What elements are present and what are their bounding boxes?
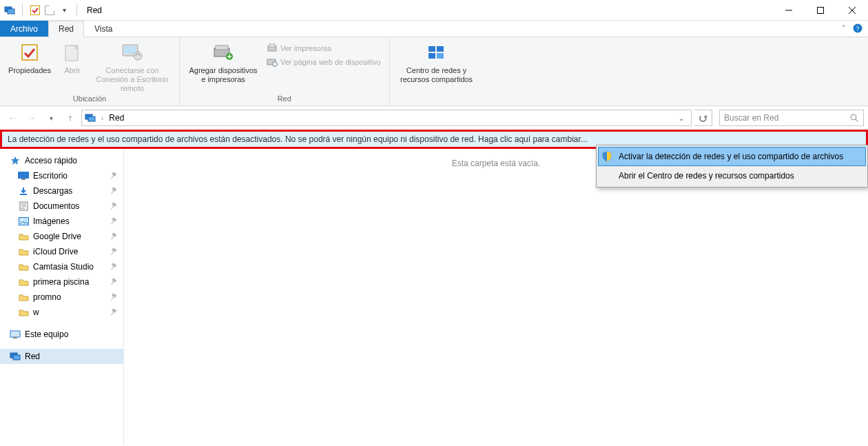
open-button: Abrir — [56, 40, 88, 94]
separator — [22, 4, 23, 17]
navigation-pane[interactable]: Acceso rápido Escritorio Descargas Docum… — [0, 149, 124, 445]
tab-network[interactable]: Red — [48, 21, 84, 37]
tree-item-iclouddrive[interactable]: iCloud Drive — [0, 244, 123, 259]
properties-check-icon[interactable] — [30, 5, 41, 16]
group-network-label: Red — [185, 94, 384, 104]
help-icon[interactable]: ? — [853, 23, 862, 33]
blank-icon — [601, 170, 613, 182]
svg-rect-12 — [124, 46, 136, 54]
add-devices-button[interactable]: Agregar dispositivos e impresoras — [185, 40, 261, 85]
ctx-open-network-center[interactable]: Abrir el Centro de redes y recursos comp… — [598, 166, 866, 185]
desktop-icon — [18, 170, 29, 181]
tree-item-pictures[interactable]: Imágenes — [0, 214, 123, 229]
address-dropdown-icon[interactable]: ⌄ — [674, 114, 688, 122]
group-center-spacer — [395, 94, 478, 104]
tree-network-label: Red — [25, 352, 40, 361]
tree-item-label: iCloud Drive — [33, 247, 78, 256]
group-location-label: Ubicación — [6, 94, 174, 104]
folder-icon — [18, 307, 29, 318]
folder-icon — [18, 292, 29, 303]
quick-access-toolbar: ▾ Red — [0, 4, 106, 17]
device-webpage-icon — [267, 57, 278, 68]
open-label: Abrir — [64, 66, 80, 75]
up-button[interactable]: ↑ — [62, 112, 79, 123]
svg-marker-29 — [11, 156, 19, 165]
view-printers-button: Ver impresoras — [264, 41, 384, 55]
tree-this-pc[interactable]: Este equipo — [0, 327, 123, 342]
network-center-button[interactable]: Centro de redes y recursos compartidos — [395, 40, 478, 85]
minimize-button[interactable] — [773, 0, 805, 20]
ribbon-tabs: Archivo Red Vista ˄ ? — [0, 21, 868, 37]
new-document-icon[interactable] — [45, 6, 54, 15]
remote-desktop-button: Conectarse con Conexión a Escritorio rem… — [91, 40, 174, 94]
tree-item-documents[interactable]: Documentos — [0, 199, 123, 214]
separator — [76, 4, 77, 17]
folder-icon — [18, 246, 29, 257]
tree-network[interactable]: Red — [0, 349, 123, 364]
folder-icon — [18, 261, 29, 272]
network-icon — [4, 5, 15, 16]
properties-button[interactable]: Propiedades — [6, 40, 54, 94]
device-webpage-button: Ver página web de dispositivo — [264, 55, 384, 69]
svg-rect-26 — [88, 116, 95, 121]
search-icon — [850, 114, 859, 123]
tree-item-label: Google Drive — [33, 232, 81, 241]
ribbon-group-location: Propiedades Abrir Conectarse con Conexió… — [0, 37, 180, 105]
main-pane[interactable]: Esta carpeta está vacía. Activar la dete… — [124, 149, 868, 444]
tree-quick-access[interactable]: Acceso rápido — [0, 153, 123, 168]
svg-rect-22 — [437, 46, 444, 52]
forward-button[interactable]: → — [23, 112, 40, 123]
svg-rect-21 — [428, 46, 435, 52]
properties-icon — [19, 41, 41, 63]
tree-item-w[interactable]: w — [0, 305, 123, 320]
tree-item-googledrive[interactable]: Google Drive — [0, 229, 123, 244]
device-webpage-label: Ver página web de dispositivo — [280, 58, 381, 66]
qat-dropdown-icon[interactable]: ▾ — [59, 6, 70, 14]
properties-label: Propiedades — [8, 66, 51, 75]
folder-icon — [18, 231, 29, 242]
svg-rect-31 — [21, 179, 25, 180]
chevron-right-icon[interactable]: › — [101, 114, 103, 122]
tree-item-label: Descargas — [33, 186, 72, 196]
svg-rect-42 — [13, 355, 20, 360]
add-devices-icon — [212, 41, 234, 63]
network-icon — [10, 351, 21, 362]
collapse-ribbon-icon[interactable]: ˄ — [842, 24, 846, 33]
address-crumb[interactable]: Red — [109, 113, 124, 123]
navigation-bar: ← → ▾ ↑ › Red ⌄ Buscar en Red — [0, 106, 868, 130]
history-dropdown[interactable]: ▾ — [43, 114, 59, 122]
window-controls — [773, 0, 868, 20]
network-icon — [85, 112, 96, 123]
view-printers-label: Ver impresoras — [280, 44, 331, 52]
svg-rect-30 — [18, 172, 29, 179]
search-box[interactable]: Buscar en Red — [719, 110, 864, 126]
ribbon-group-network: Agregar dispositivos e impresoras Ver im… — [180, 37, 390, 105]
maximize-button[interactable] — [805, 0, 836, 20]
tree-item-label: promno — [33, 292, 61, 302]
tree-item-label: Camtasia Studio — [33, 262, 94, 272]
tree-item-camtasia[interactable]: Camtasia Studio — [0, 259, 123, 274]
svg-rect-9 — [22, 45, 37, 60]
ctx-enable-discovery[interactable]: Activar la detección de redes y el uso c… — [598, 147, 866, 166]
titlebar: ▾ Red — [0, 0, 868, 21]
tree-item-primera[interactable]: primera piscina — [0, 274, 123, 290]
tree-item-label: w — [33, 307, 39, 317]
open-icon — [61, 41, 83, 63]
tab-view[interactable]: Vista — [84, 21, 123, 37]
address-bar[interactable]: › Red ⌄ — [81, 110, 692, 126]
tab-file[interactable]: Archivo — [0, 21, 48, 37]
back-button[interactable]: ← — [4, 112, 21, 123]
close-button[interactable] — [836, 0, 868, 20]
printer-icon — [267, 43, 278, 54]
ribbon: Propiedades Abrir Conectarse con Conexió… — [0, 37, 868, 106]
tree-item-promno[interactable]: promno — [0, 290, 123, 305]
infobar-context-menu: Activar la detección de redes y el uso c… — [596, 145, 868, 187]
tree-item-desktop[interactable]: Escritorio — [0, 168, 123, 183]
tree-this-pc-label: Este equipo — [25, 330, 68, 339]
svg-text:?: ? — [856, 25, 860, 32]
tree-item-downloads[interactable]: Descargas — [0, 183, 123, 199]
svg-rect-39 — [10, 331, 20, 337]
svg-rect-18 — [269, 44, 275, 47]
refresh-button[interactable] — [694, 110, 712, 126]
this-pc-icon — [10, 329, 21, 340]
